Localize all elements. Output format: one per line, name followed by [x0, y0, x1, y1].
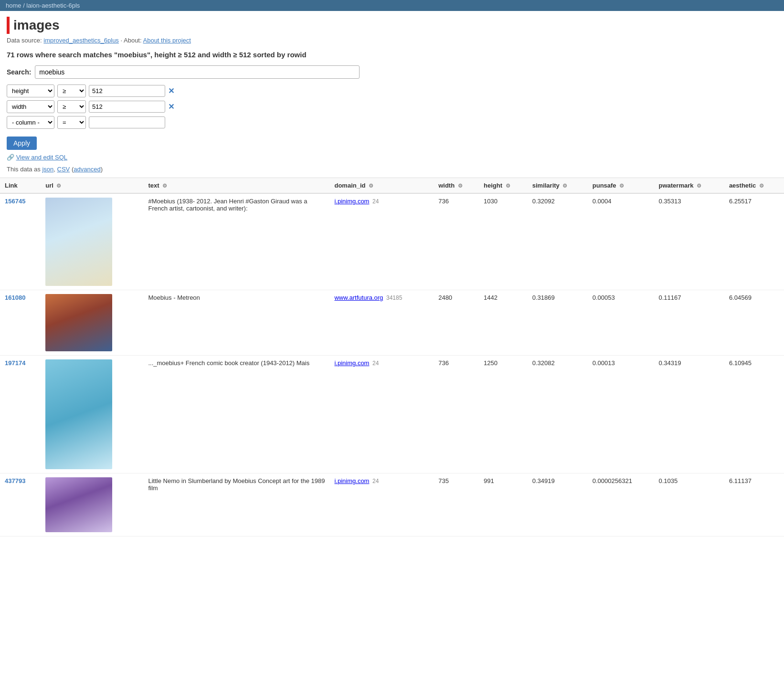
- row-link[interactable]: 197174: [5, 359, 25, 367]
- cell-domain: i.pinimg.com 24: [329, 193, 434, 290]
- cell-aesthetic: 6.25517: [724, 193, 784, 290]
- domain-link[interactable]: i.pinimg.com: [334, 359, 369, 367]
- col-text: text ⚙: [143, 178, 329, 194]
- json-link[interactable]: json: [42, 166, 53, 173]
- cell-punsafe: 0.0004: [588, 193, 654, 290]
- domain-link[interactable]: i.pinimg.com: [334, 198, 369, 205]
- datasource-link[interactable]: improved_aesthetics_6plus: [43, 37, 119, 44]
- csv-link[interactable]: CSV: [57, 166, 70, 173]
- col-similarity: similarity ⚙: [528, 178, 588, 194]
- table-row: 437793 Little Nemo in Slumberland by Moe…: [0, 473, 784, 536]
- filter-2-operator-select[interactable]: ≥ = ≤ > < != like: [57, 100, 86, 113]
- filter-1-value-input[interactable]: [89, 85, 165, 97]
- cell-width: 736: [434, 356, 479, 473]
- row-link[interactable]: 161080: [5, 294, 25, 301]
- search-row: Search:: [0, 63, 784, 83]
- domain-badge: 24: [372, 198, 379, 205]
- cell-domain: i.pinimg.com 24: [329, 356, 434, 473]
- cell-width: 736: [434, 193, 479, 290]
- filter-2-column-select[interactable]: height width url text domain_id similari…: [7, 100, 54, 113]
- col-url: url ⚙: [41, 178, 143, 194]
- page-title: images: [13, 18, 60, 33]
- cell-text: ..._moebius+ French comic book creator (…: [143, 356, 329, 473]
- cell-height: 1250: [479, 356, 528, 473]
- cell-pwatermark: 0.1035: [654, 473, 724, 536]
- cell-link: 197174: [0, 356, 41, 473]
- cell-similarity: 0.34919: [528, 473, 588, 536]
- row-link[interactable]: 437793: [5, 477, 25, 484]
- advanced-link[interactable]: advanced: [74, 166, 100, 173]
- filter-1-operator-select[interactable]: ≥ = ≤ > < != like: [57, 84, 86, 97]
- cell-url: [41, 290, 143, 356]
- cell-link: 161080: [0, 290, 41, 356]
- table-row: 161080 Moebius - Metreon www.artfutura.o…: [0, 290, 784, 356]
- cell-punsafe: 0.00013: [588, 356, 654, 473]
- cell-url: [41, 473, 143, 536]
- domain-badge: 34185: [386, 294, 402, 301]
- cell-domain: www.artfutura.org 34185: [329, 290, 434, 356]
- cell-url: [41, 356, 143, 473]
- cell-aesthetic: 6.11137: [724, 473, 784, 536]
- cell-text: Moebius - Metreon: [143, 290, 329, 356]
- row-count: 71 rows where search matches "moebius", …: [0, 48, 784, 63]
- filter-row-3: - column - height width url text domain_…: [7, 116, 777, 129]
- table-row: 197174 ..._moebius+ French comic book cr…: [0, 356, 784, 473]
- cell-aesthetic: 6.04569: [724, 290, 784, 356]
- cell-height: 991: [479, 473, 528, 536]
- datasource-info: Data source: improved_aesthetics_6plus ·…: [0, 36, 784, 48]
- domain-link[interactable]: i.pinimg.com: [334, 477, 369, 484]
- page-header: images: [0, 11, 784, 36]
- apply-button[interactable]: Apply: [7, 137, 37, 150]
- col-domain-id: domain_id ⚙: [329, 178, 434, 194]
- cell-pwatermark: 0.34319: [654, 356, 724, 473]
- cell-similarity: 0.31869: [528, 290, 588, 356]
- filter-3-value-input[interactable]: [89, 116, 165, 128]
- cell-aesthetic: 6.10945: [724, 356, 784, 473]
- cell-height: 1030: [479, 193, 528, 290]
- breadcrumb: home / laion-aesthetic-6pls: [6, 2, 80, 9]
- view-sql-link[interactable]: View and edit SQL: [16, 154, 67, 161]
- filter-3-operator-select[interactable]: = ≥ ≤ > < != like: [57, 116, 86, 129]
- domain-badge: 24: [372, 478, 379, 484]
- cell-similarity: 0.32082: [528, 356, 588, 473]
- row-link[interactable]: 156745: [5, 198, 25, 205]
- row-thumbnail: [45, 477, 112, 532]
- red-accent-bar: [7, 17, 10, 34]
- filter-1-column-select[interactable]: height width url text domain_id similari…: [7, 84, 54, 97]
- filter-2-value-input[interactable]: [89, 101, 165, 113]
- cell-text: Little Nemo in Slumberland by Moebius Co…: [143, 473, 329, 536]
- cell-link: 437793: [0, 473, 41, 536]
- about-link[interactable]: About this project: [143, 37, 191, 44]
- filters-container: height width url text domain_id similari…: [0, 83, 784, 134]
- col-punsafe: punsafe ⚙: [588, 178, 654, 194]
- cell-pwatermark: 0.11167: [654, 290, 724, 356]
- topbar: home / laion-aesthetic-6pls: [0, 0, 784, 11]
- row-thumbnail: [45, 198, 112, 286]
- cell-domain: i.pinimg.com 24: [329, 473, 434, 536]
- results-table: Link url ⚙ text ⚙ domain_id ⚙ width ⚙ he…: [0, 178, 784, 536]
- filter-2-remove-button[interactable]: ✕: [168, 102, 174, 111]
- cell-similarity: 0.32092: [528, 193, 588, 290]
- search-label: Search:: [7, 68, 31, 76]
- row-thumbnail: [45, 294, 112, 351]
- col-link: Link: [0, 178, 41, 194]
- cell-punsafe: 0.00053: [588, 290, 654, 356]
- cell-link: 156745: [0, 193, 41, 290]
- filter-3-column-select[interactable]: - column - height width url text domain_…: [7, 116, 54, 129]
- cell-width: 735: [434, 473, 479, 536]
- row-thumbnail: [45, 359, 112, 469]
- filter-1-remove-button[interactable]: ✕: [168, 86, 174, 95]
- col-width: width ⚙: [434, 178, 479, 194]
- col-aesthetic: aesthetic ⚙: [724, 178, 784, 194]
- cell-height: 1442: [479, 290, 528, 356]
- cell-width: 2480: [434, 290, 479, 356]
- col-pwatermark: pwatermark ⚙: [654, 178, 724, 194]
- data-as-row: This data as json, CSV (advanced): [0, 165, 784, 178]
- table-row: 156745 #Moebius (1938- 2012. Jean Henri …: [0, 193, 784, 290]
- cell-punsafe: 0.0000256321: [588, 473, 654, 536]
- sql-link-row: 🔗 View and edit SQL: [0, 153, 784, 165]
- search-input[interactable]: [35, 65, 360, 79]
- domain-link[interactable]: www.artfutura.org: [334, 294, 383, 301]
- cell-text: #Moebius (1938- 2012. Jean Henri #Gaston…: [143, 193, 329, 290]
- filter-row-2: height width url text domain_id similari…: [7, 100, 777, 113]
